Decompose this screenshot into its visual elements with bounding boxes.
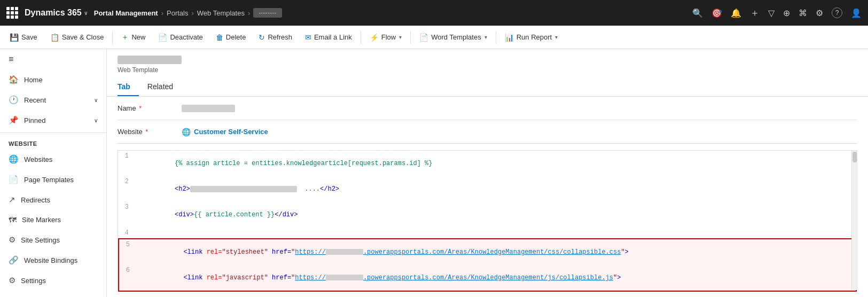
word-templates-button[interactable]: 📄 Word Templates ▾ (414, 30, 492, 44)
code-editor[interactable]: 1 {% assign article = entities.knowledge… (118, 150, 857, 291)
target-icon[interactable]: 🎯 (711, 8, 722, 18)
tab-tab[interactable]: Tab (118, 78, 139, 96)
save-button[interactable]: 💾 Save (4, 30, 43, 44)
deactivate-button[interactable]: 📄 Deactivate (153, 30, 208, 44)
name-value-blurred (182, 105, 235, 112)
cmd-separator-1 (112, 31, 113, 44)
network-icon[interactable]: ⌘ (799, 8, 807, 18)
top-navigation: Dynamics 365 ∨ Portal Management › Porta… (0, 0, 868, 26)
pinned-chevron-icon: ∨ (94, 118, 98, 123)
sidebar-item-site-settings[interactable]: ⚙ Site Settings (0, 230, 106, 250)
help-icon[interactable]: ? (832, 7, 842, 18)
sidebar-toggle-button[interactable]: ≡ (0, 49, 106, 69)
form-section: Name * Website * 🌐 Customer Self-Service (107, 97, 868, 144)
filter-icon[interactable]: ▽ (768, 8, 775, 18)
waffle-icon[interactable] (6, 7, 18, 19)
redirects-icon: ↗ (9, 195, 15, 205)
app-name[interactable]: Dynamics 365 ∨ (25, 8, 88, 18)
delete-icon: 🗑 (216, 33, 223, 42)
report-icon: 📊 (505, 33, 514, 42)
app-chevron-icon: ∨ (84, 10, 88, 16)
website-bindings-icon: 🔗 (9, 255, 19, 265)
sidebar-item-websites[interactable]: 🌐 Websites (0, 149, 106, 169)
website-label: Website * (118, 128, 182, 136)
code-line-5: 5 <link rel="stylesheet" href="https://.… (119, 239, 856, 265)
main-layout: ≡ 🏠 Home 🕐 Recent ∨ 📌 Pinned ∨ Website 🌐… (0, 49, 868, 297)
code-line-1: 1 {% assign article = entities.knowledge… (118, 151, 857, 176)
command-bar: 💾 Save 📋 Save & Close ＋ New 📄 Deactivate… (0, 26, 868, 49)
new-icon: ＋ (121, 33, 129, 42)
settings-icon[interactable]: ⚙ (816, 8, 823, 18)
save-close-icon: 📋 (50, 33, 59, 42)
refresh-button[interactable]: ↻ Refresh (253, 30, 298, 44)
run-report-button[interactable]: 📊 Run Report ▾ (499, 30, 563, 44)
flow-button[interactable]: ⚡ Flow ▾ (364, 30, 407, 44)
report-dropdown-icon: ▾ (555, 34, 558, 40)
site-settings-icon: ⚙ (9, 235, 15, 245)
bell-icon[interactable]: 🔔 (731, 8, 741, 18)
website-value-link[interactable]: 🌐 Customer Self-Service (182, 128, 268, 136)
deactivate-icon: 📄 (158, 33, 167, 42)
code-line-3: 3 <div>{{ article.content }}</div> (118, 202, 857, 228)
delete-button[interactable]: 🗑 Delete (210, 30, 252, 44)
name-label: Name * (118, 104, 182, 112)
user-icon[interactable]: 👤 (851, 8, 862, 18)
scrollbar-vertical[interactable] (851, 151, 857, 290)
sidebar-item-redirects[interactable]: ↗ Redirects (0, 190, 106, 210)
home-icon: 🏠 (9, 75, 19, 84)
save-icon: 💾 (10, 33, 19, 42)
code-line-2: 2 <h2> ....</h2> (118, 176, 857, 202)
top-nav-actions: 🔍 🎯 🔔 ＋ ▽ ⊕ ⌘ ⚙ ? 👤 (692, 6, 862, 19)
circle-plus-icon[interactable]: ⊕ (783, 8, 790, 18)
cmd-separator-4 (496, 31, 496, 44)
record-name-blurred (118, 56, 182, 64)
sidebar-divider-1 (0, 132, 106, 133)
cmd-separator-2 (361, 31, 361, 44)
record-type: Web Template (118, 66, 857, 74)
new-button[interactable]: ＋ New (116, 30, 151, 45)
flow-icon: ⚡ (370, 33, 379, 42)
sidebar-item-website-bindings[interactable]: 🔗 Website Bindings (0, 250, 106, 270)
cmd-separator-3 (410, 31, 411, 44)
code-line-6: 6 <link rel="javascript" href="https://.… (119, 265, 856, 291)
page-templates-icon: 📄 (9, 175, 19, 184)
content-area: Web Template Tab Related Name * Website … (107, 49, 868, 297)
breadcrumb: Portal Management › Portals › Web Templa… (94, 8, 282, 18)
code-highlighted-block: 5 <link rel="stylesheet" href="https://.… (118, 238, 857, 292)
code-line-4: 4 (118, 228, 857, 238)
plus-icon[interactable]: ＋ (750, 6, 760, 19)
websites-icon: 🌐 (9, 154, 19, 164)
name-required-star: * (139, 104, 142, 112)
email-link-button[interactable]: ✉ Email a Link (300, 30, 357, 44)
sidebar-item-settings[interactable]: ⚙ Settings (0, 270, 106, 291)
record-header: Web Template Tab Related (107, 49, 868, 97)
record-tabs: Tab Related (118, 78, 857, 96)
sidebar-item-pinned[interactable]: 📌 Pinned ∨ (0, 110, 106, 130)
sidebar-section-website: Website (0, 135, 106, 149)
scrollbar-thumb (853, 152, 857, 162)
recent-icon: 🕐 (9, 95, 19, 105)
globe-icon: 🌐 (182, 128, 191, 136)
search-icon[interactable]: 🔍 (692, 8, 703, 18)
tab-related[interactable]: Related (147, 78, 182, 96)
sidebar: ≡ 🏠 Home 🕐 Recent ∨ 📌 Pinned ∨ Website 🌐… (0, 49, 107, 297)
sidebar-item-home[interactable]: 🏠 Home (0, 69, 106, 90)
save-close-button[interactable]: 📋 Save & Close (45, 30, 110, 44)
sidebar-item-recent[interactable]: 🕐 Recent ∨ (0, 90, 106, 110)
site-markers-icon: 🗺 (9, 215, 17, 224)
word-icon: 📄 (419, 33, 428, 42)
sidebar-item-site-markers[interactable]: 🗺 Site Markers (0, 210, 106, 230)
email-icon: ✉ (305, 33, 311, 42)
name-field: Name * (118, 97, 857, 120)
flow-dropdown-icon: ▾ (399, 34, 402, 40)
settings-nav-icon: ⚙ (9, 276, 15, 285)
refresh-icon: ↻ (259, 33, 265, 42)
website-field: Website * 🌐 Customer Self-Service (118, 120, 857, 144)
pinned-icon: 📌 (9, 115, 19, 125)
word-dropdown-icon: ▾ (484, 34, 487, 40)
recent-chevron-icon: ∨ (94, 97, 98, 103)
sidebar-item-page-templates[interactable]: 📄 Page Templates (0, 169, 106, 190)
website-required-star: * (145, 128, 148, 136)
